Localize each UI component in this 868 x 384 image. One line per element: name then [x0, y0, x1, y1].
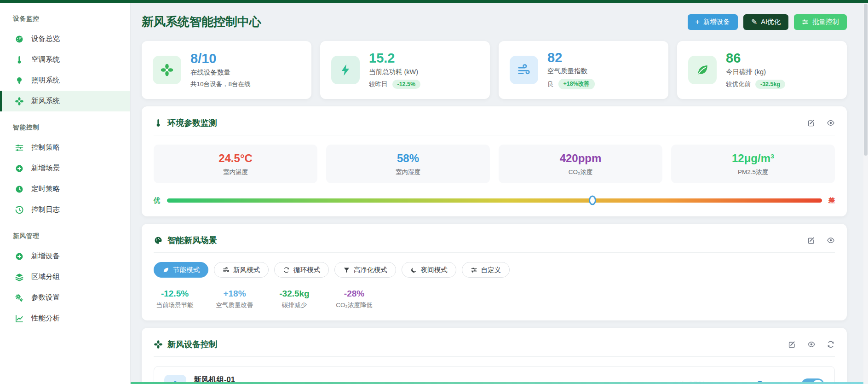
- sidebar-item-lighting[interactable]: 照明系统: [0, 70, 130, 91]
- air-quality-scale: 优 差: [154, 195, 835, 205]
- history-icon: [15, 205, 24, 215]
- sidebar-item-device-overview[interactable]: 设备总览: [0, 29, 130, 49]
- sidebar-item-label: 参数设置: [31, 293, 60, 303]
- divider: [154, 135, 835, 135]
- mode-circulation[interactable]: 循环模式: [274, 262, 329, 278]
- sidebar-item-control-log[interactable]: 控制日志: [0, 199, 130, 220]
- sidebar-item-label: 区域分组: [31, 272, 60, 282]
- gears-icon: [15, 293, 24, 303]
- stat-card-online-devices: 8/10 在线设备数量 共10台设备，8台在线: [142, 41, 311, 99]
- stat-value: 15.2: [369, 51, 420, 65]
- chart-line-icon: [15, 314, 24, 323]
- stat-value: 82: [547, 51, 595, 64]
- sidebar-item-fresh-air[interactable]: 新风系统: [0, 91, 130, 111]
- sidebar-item-label: 设备总览: [31, 34, 60, 44]
- sidebar-item-param-settings[interactable]: 参数设置: [0, 287, 130, 308]
- device-control-panel: 新风设备控制 新风机组-01 办公区A | 全热交换 | 智能变频 在线 65%: [142, 328, 847, 384]
- panel-title: 环境参数监测: [167, 117, 217, 128]
- leaf-icon: [688, 56, 717, 84]
- main-content: 新风系统智能控制中心 + 新增设备 ✎ AI优化 批量控制 8/10 在线设备数…: [131, 3, 863, 384]
- scene-stat-carbon: -32.5kg 碳排减少: [273, 289, 316, 309]
- ai-optimize-button[interactable]: ✎ AI优化: [743, 14, 788, 30]
- page-title: 新风系统智能控制中心: [142, 14, 261, 30]
- eye-icon[interactable]: [827, 236, 835, 244]
- env-label: CO₂浓度: [569, 168, 593, 176]
- sidebar-group-title: 新风管理: [0, 220, 130, 246]
- bolt-icon: [331, 56, 360, 84]
- sidebar-item-performance[interactable]: 性能分析: [0, 308, 130, 329]
- sliders-icon: [15, 143, 24, 152]
- mode-custom[interactable]: 自定义: [462, 262, 510, 278]
- stat-label: 空气质量指数: [547, 67, 595, 76]
- sliders-icon: [471, 267, 477, 273]
- stat-sub: 较昨日: [369, 80, 388, 88]
- sidebar-item-add-device[interactable]: 新增设备: [0, 246, 130, 267]
- top-accent-bar: [0, 0, 868, 3]
- wind-icon: [510, 56, 538, 84]
- sidebar: 设备监控 设备总览 空调系统 照明系统 新风系统 智能控制 控制策略 新增场景 …: [0, 3, 131, 384]
- sidebar-item-schedule-strategy[interactable]: 定时策略: [0, 179, 130, 199]
- edit-icon[interactable]: [807, 236, 816, 244]
- refresh-icon[interactable]: [827, 340, 835, 349]
- wind-icon: [223, 267, 230, 273]
- panel-title: 新风设备控制: [167, 339, 217, 350]
- scrollbar-thumb[interactable]: [864, 4, 868, 156]
- fan-icon: [15, 97, 24, 106]
- thermometer-icon: [15, 55, 24, 64]
- env-value: 58%: [397, 152, 419, 165]
- stat-cards: 8/10 在线设备数量 共10台设备，8台在线 15.2 当前总功耗 (kW) …: [142, 41, 847, 99]
- env-value: 24.5°C: [218, 152, 253, 165]
- env-monitor-panel: 环境参数监测 24.5°C 室内温度 58% 室内湿度 420ppm CO₂浓度: [142, 106, 847, 216]
- scene-stat-air-quality: +18% 空气质量改善: [213, 289, 256, 309]
- scale-good-label: 优: [154, 196, 161, 205]
- mode-night[interactable]: 夜间模式: [402, 262, 456, 278]
- slider-thumb[interactable]: [589, 196, 596, 205]
- lightbulb-icon: [15, 76, 24, 85]
- eye-icon[interactable]: [827, 119, 835, 127]
- air-quality-slider[interactable]: [167, 198, 822, 203]
- page-header: 新风系统智能控制中心 + 新增设备 ✎ AI优化 批量控制: [142, 14, 847, 30]
- mode-energy-saving[interactable]: 节能模式: [154, 262, 208, 278]
- stat-card-carbon: 86 今日碳排 (kg) 较优化前 -32.5kg: [677, 41, 847, 99]
- batch-control-button[interactable]: 批量控制: [794, 14, 847, 30]
- env-param-grid: 24.5°C 室内温度 58% 室内湿度 420ppm CO₂浓度 12μg/m…: [154, 145, 835, 183]
- env-label: 室内湿度: [396, 168, 420, 176]
- sidebar-item-label: 新风系统: [31, 96, 60, 106]
- sliders-icon: [802, 18, 809, 25]
- stat-label: 当前总功耗 (kW): [369, 68, 420, 76]
- env-param-humidity: 58% 室内湿度: [326, 145, 490, 183]
- scene-stat-co2: -28% CO₂浓度降低: [333, 289, 375, 309]
- thermometer-icon: [154, 118, 163, 128]
- edit-icon[interactable]: [807, 119, 816, 127]
- plus-circle-icon: [15, 252, 24, 261]
- scene-stats: -12.5% 当前场景节能 +18% 空气质量改善 -32.5kg 碳排减少 -…: [154, 289, 835, 309]
- add-device-button[interactable]: + 新增设备: [688, 14, 738, 30]
- scene-stat-energy: -12.5% 当前场景节能: [154, 289, 196, 309]
- status-badge: -12.5%: [392, 80, 421, 89]
- sidebar-item-control-strategy[interactable]: 控制策略: [0, 137, 130, 158]
- scale-bad-label: 差: [828, 196, 835, 205]
- funnel-icon: [343, 267, 350, 273]
- leaf-icon: [162, 267, 169, 273]
- env-param-temperature: 24.5°C 室内温度: [154, 145, 317, 183]
- eye-icon[interactable]: [807, 340, 816, 349]
- mode-high-purify[interactable]: 高净化模式: [334, 262, 396, 278]
- sidebar-item-zone-group[interactable]: 区域分组: [0, 267, 130, 287]
- sidebar-item-hvac[interactable]: 空调系统: [0, 49, 130, 70]
- env-label: 室内温度: [223, 168, 248, 176]
- scene-panel: 智能新风场景 节能模式 新风模式 循环模式 高净化模式: [142, 224, 847, 320]
- palette-icon: [154, 236, 163, 245]
- status-badge: -32.5kg: [755, 80, 785, 89]
- status-badge: +18%改善: [558, 79, 595, 89]
- stat-value: 8/10: [190, 52, 251, 65]
- gauge-icon: [15, 35, 24, 44]
- sidebar-item-add-scene[interactable]: 新增场景: [0, 158, 130, 179]
- fan-icon: [154, 340, 163, 349]
- bottom-accent-bar: [131, 382, 868, 384]
- vertical-scrollbar[interactable]: [863, 3, 868, 384]
- cycle-icon: [283, 267, 290, 273]
- mode-fresh-air[interactable]: 新风模式: [214, 262, 269, 278]
- edit-icon[interactable]: [788, 340, 796, 349]
- sidebar-item-label: 控制策略: [31, 143, 60, 152]
- stat-value: 86: [726, 51, 785, 65]
